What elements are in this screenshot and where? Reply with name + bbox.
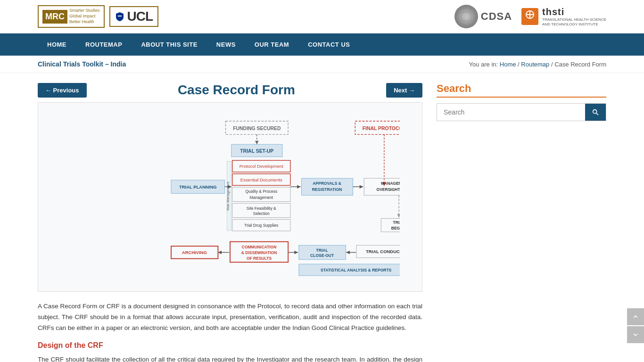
svg-text:OVERSIGHT GROUPS: OVERSIGHT GROUPS [377, 187, 400, 192]
svg-text:TRIAL: TRIAL [316, 248, 328, 253]
thsti-icon [521, 8, 538, 25]
nav-home[interactable]: HOME [38, 33, 76, 56]
svg-text:TRIAL PLANNING: TRIAL PLANNING [179, 184, 217, 189]
logos-right: CDSA thsti TRANSLATIONAL HEALTH SCIENCEA… [454, 5, 606, 28]
flowchart-container: FUNDING SECURED FINAL PROTOCOL TRIAL SET… [38, 102, 422, 292]
breadcrumb-home[interactable]: Home [500, 61, 516, 68]
nav-news[interactable]: NEWS [207, 33, 245, 56]
svg-text:Essential Documents: Essential Documents [240, 177, 282, 182]
cdsa-logo: CDSA [454, 5, 512, 28]
svg-marker-61 [294, 251, 298, 255]
flowchart-svg: FUNDING SECURED FINAL PROTOCOL TRIAL SET… [60, 112, 400, 282]
ucl-text: UCL [127, 9, 153, 24]
scroll-down-button[interactable] [627, 326, 644, 343]
logos-left: MRC Smarter Studies Global Impact Better… [38, 5, 158, 27]
nav-team[interactable]: OUR TEAM [245, 33, 298, 56]
scroll-up-button[interactable] [627, 308, 644, 325]
cdsa-text: CDSA [481, 10, 512, 23]
thsti-text-block: thsti TRANSLATIONAL HEALTH SCIENCEAND TE… [542, 7, 606, 26]
svg-text:TRIAL: TRIAL [393, 220, 400, 225]
svg-text:TRIAL CONDUCT: TRIAL CONDUCT [366, 249, 400, 254]
svg-marker-14 [255, 141, 259, 145]
main-content: ← Previous Case Record Form Next → FUNDI… [38, 82, 422, 362]
svg-point-71 [593, 110, 597, 114]
chevron-down-icon [632, 331, 639, 338]
svg-marker-43 [360, 185, 363, 189]
ucl-logo: UCL [109, 6, 159, 27]
nav-contact[interactable]: CONTACT US [298, 33, 359, 56]
mrc-subtitle: Smarter Studies Global Impact Better Hea… [69, 8, 100, 25]
svg-text:Site Feasibility &: Site Feasibility & [247, 206, 276, 211]
svg-text:REGISTRATION: REGISTRATION [312, 187, 342, 192]
prev-button[interactable]: ← Previous [38, 83, 87, 98]
svg-text:OF RESULTS: OF RESULTS [247, 256, 272, 261]
svg-text:Selection: Selection [253, 211, 270, 216]
next-button[interactable]: Next → [386, 83, 422, 98]
mrc-logo: MRC Smarter Studies Global Impact Better… [38, 5, 105, 27]
body-paragraph-2: The CRF should facilitate the collection… [38, 354, 422, 362]
chevron-up-icon [632, 313, 639, 321]
search-title: Search [437, 82, 606, 98]
svg-marker-38 [297, 185, 301, 189]
breadcrumb-bar: Clinical Trials Toolkit – India You are … [0, 56, 644, 73]
nav-about[interactable]: ABOUT THIS SITE [132, 33, 206, 56]
svg-text:APPROVALS &: APPROVALS & [313, 181, 341, 186]
svg-point-3 [462, 13, 470, 20]
thsti-logo: thsti TRANSLATIONAL HEALTH SCIENCEAND TE… [521, 7, 606, 26]
design-crf-heading: Design of the CRF [38, 341, 422, 350]
svg-text:MANAGEMENT &: MANAGEMENT & [381, 181, 400, 186]
svg-text:CLOSE-OUT: CLOSE-OUT [310, 253, 334, 258]
body-paragraph-1: A Case Record Form or CRF is a document … [38, 301, 422, 334]
svg-line-72 [596, 113, 598, 115]
search-button[interactable] [585, 104, 606, 121]
mrc-badge: MRC [42, 10, 67, 24]
svg-text:Quality & Process: Quality & Process [245, 189, 277, 194]
breadcrumb: You are in: Home / Routemap / Case Recor… [469, 61, 607, 68]
svg-marker-66 [346, 251, 350, 255]
scroll-buttons [627, 308, 644, 343]
nav-routemap[interactable]: ROUTEMAP [76, 33, 132, 56]
svg-text:FINAL PROTOCOL: FINAL PROTOCOL [363, 126, 400, 131]
ucl-shield-icon [115, 12, 124, 21]
svg-rect-0 [118, 16, 122, 16]
content-wrapper: ← Previous Case Record Form Next → FUNDI… [0, 73, 644, 362]
svg-text:& DISSEMINATION: & DISSEMINATION [241, 250, 277, 255]
header: MRC Smarter Studies Global Impact Better… [0, 0, 644, 33]
main-nav: HOME ROUTEMAP ABOUT THIS SITE NEWS OUR T… [0, 33, 644, 56]
breadcrumb-routemap[interactable]: Routemap [521, 61, 549, 68]
svg-text:TRIAL SET-UP: TRIAL SET-UP [240, 148, 273, 154]
svg-text:FUNDING SECURED: FUNDING SECURED [233, 126, 281, 131]
sidebar: Search [437, 82, 606, 362]
svg-text:STATISTICAL ANALYSIS & REPORTS: STATISTICAL ANALYSIS & REPORTS [321, 268, 392, 272]
svg-marker-55 [218, 251, 222, 255]
svg-text:Trial Drug Supplies: Trial Drug Supplies [244, 223, 278, 228]
svg-text:ARCHIVING: ARCHIVING [182, 250, 207, 255]
svg-marker-51 [397, 214, 400, 218]
page-title: Case Record Form [178, 82, 295, 98]
search-icon [592, 108, 599, 116]
search-box [437, 103, 606, 121]
svg-text:Management: Management [249, 195, 273, 200]
nav-buttons: ← Previous Case Record Form Next → [38, 82, 422, 98]
svg-text:Protocol Development: Protocol Development [239, 164, 284, 169]
cdsa-emblem [454, 5, 478, 28]
search-input[interactable] [437, 104, 585, 121]
svg-text:COMMUNICATION: COMMUNICATION [242, 245, 277, 249]
svg-text:BEGINS: BEGINS [391, 226, 400, 230]
site-title: Clinical Trials Toolkit – India [38, 60, 126, 68]
breadcrumb-current: Case Record Form [554, 61, 606, 68]
